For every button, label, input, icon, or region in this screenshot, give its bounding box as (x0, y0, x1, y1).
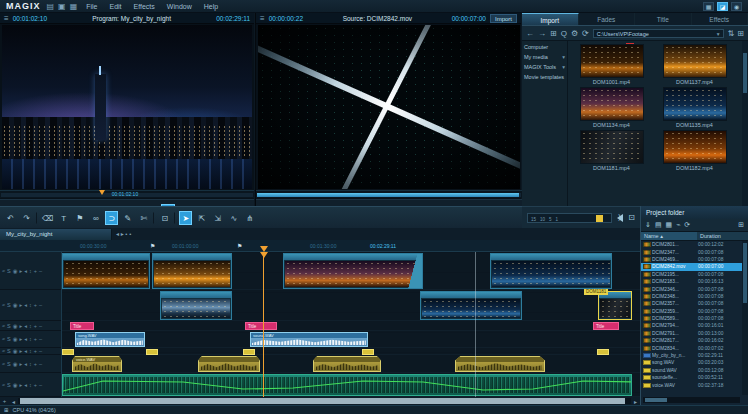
chevron-down-icon[interactable]: ▾ (562, 54, 565, 60)
speaker-icon[interactable] (617, 214, 623, 222)
track-control-icon[interactable]: + (34, 336, 37, 342)
layout-edit-icon[interactable]: ▦ (703, 2, 714, 11)
program-scrub-bar[interactable]: 00:01:02:10 (0, 190, 254, 198)
monitor-icon[interactable]: ⊡ (628, 213, 635, 222)
track-control-icon[interactable]: ▸ (20, 361, 23, 367)
track-control-icon[interactable]: ◉ (13, 302, 18, 308)
file-item[interactable]: DOM1182.mp4 (655, 130, 734, 171)
scroll-left-icon[interactable]: ◂ (9, 398, 18, 405)
timeline-clip-music[interactable] (62, 374, 632, 396)
magnet-icon[interactable]: ⊃ (105, 211, 118, 225)
split-icon[interactable]: ⋔ (243, 211, 256, 225)
track-control-icon[interactable]: ≈ (2, 348, 5, 354)
track-header-audio-track-2[interactable]: ≈S◉▸◂↕+– (0, 355, 61, 373)
track-control-icon[interactable]: ▸ (20, 336, 23, 342)
browser-scrollbar[interactable] (742, 41, 748, 206)
table-row[interactable]: soundeffe...00:00:52:11 (641, 374, 742, 381)
title-tool-icon[interactable]: T (57, 211, 70, 225)
program-video[interactable] (2, 25, 252, 189)
scroll-thumb[interactable] (20, 398, 625, 404)
track-control-icon[interactable]: – (39, 348, 42, 354)
help-icon[interactable]: ◉ (731, 2, 742, 11)
track-header-music-track[interactable]: ≈S◉▸◂↕+– (0, 373, 61, 397)
table-row[interactable]: DCIM2357...00:00:07:08 (641, 300, 742, 307)
file-item[interactable]: DOM1137.mp4 (655, 44, 734, 85)
layout-active-icon[interactable]: ◪ (717, 2, 728, 11)
table-row[interactable]: DCIM2589...00:00:07:08 (641, 315, 742, 322)
table-row[interactable]: DCIM2346...00:00:07:08 (641, 285, 742, 292)
file-thumbnail[interactable] (580, 87, 644, 121)
tab-import[interactable]: Import (522, 13, 579, 25)
mouse-single-icon[interactable]: ⇱ (195, 211, 208, 225)
preview-zoom-slider[interactable]: 151051 (527, 213, 612, 223)
track-control-icon[interactable]: – (39, 268, 42, 274)
timeline-clip-video[interactable] (160, 291, 232, 320)
file-thumbnail[interactable] (663, 44, 727, 78)
track-area[interactable]: DOM1181TitleTitleTitlesong.WAVsound.WAVv… (62, 252, 640, 397)
track-control-icon[interactable]: ↕ (29, 336, 32, 342)
track-control-icon[interactable]: S (7, 382, 11, 388)
back-icon[interactable]: ← (526, 29, 534, 38)
tab-title[interactable]: Title (635, 13, 692, 25)
track-control-icon[interactable]: ◂ (24, 361, 27, 367)
timeline-clip-video[interactable] (283, 253, 423, 289)
tab-effects[interactable]: Effects (692, 13, 748, 25)
range-icon[interactable]: ⊡ (158, 211, 171, 225)
scroll-right-icon[interactable]: ▸ (631, 398, 640, 405)
track-control-icon[interactable]: ◂ (24, 323, 27, 329)
chapter-marker-icon[interactable]: ⚑ (150, 242, 155, 249)
track-control-icon[interactable]: ↕ (29, 323, 32, 329)
timeline-hscrollbar[interactable]: + ◂ ▸ (0, 397, 640, 405)
table-row[interactable]: My_city_by_n...00:02:29:11 (641, 352, 742, 359)
file-item[interactable]: DOM1134.mp4 (572, 87, 651, 128)
table-row[interactable]: DCIM2348...00:00:07:08 (641, 293, 742, 300)
import-button[interactable]: Import (490, 14, 517, 23)
track-control-icon[interactable]: ≈ (2, 382, 5, 388)
zoom-slider-handle[interactable] (596, 215, 603, 222)
menu-effects[interactable]: Effects (131, 3, 158, 10)
tab-fades[interactable]: Fades (579, 13, 636, 25)
sidebar-item-my-media[interactable]: My media▾ (524, 54, 565, 60)
table-row[interactable]: DCIM2801...00:00:12:02 (641, 241, 742, 248)
search-icon[interactable]: Q (561, 29, 567, 38)
track-control-icon[interactable]: ▸ (20, 268, 23, 274)
source-video[interactable] (258, 25, 520, 189)
track-control-icon[interactable]: ↕ (29, 268, 32, 274)
table-row[interactable]: voice.WAV00:02:37:18 (641, 381, 742, 388)
table-row[interactable]: DCIM2359...00:00:07:08 (641, 308, 742, 315)
track-control-icon[interactable]: ◂ (24, 382, 27, 388)
track-control-icon[interactable]: + (34, 302, 37, 308)
chapter-marker-icon[interactable]: ⚑ (237, 242, 242, 249)
track-control-icon[interactable]: ◂ (24, 268, 27, 274)
track-control-icon[interactable]: ▸ (20, 323, 23, 329)
undo-icon[interactable]: ↶ (4, 211, 17, 225)
timeline-clip-audio[interactable] (455, 356, 545, 372)
grid-view-icon[interactable]: ⊞ (737, 29, 744, 38)
track-control-icon[interactable]: + (34, 361, 37, 367)
track-control-icon[interactable]: ↕ (29, 348, 32, 354)
track-control-icon[interactable]: ◉ (13, 336, 18, 342)
table-row[interactable]: DCIM2842.mov00:00:07:00 (641, 263, 742, 270)
track-control-icon[interactable]: ≈ (2, 336, 5, 342)
import-file-icon[interactable]: ⇓ (645, 221, 651, 229)
table-row[interactable]: DCIM2183...00:00:16:13 (641, 278, 742, 285)
tiles-icon[interactable]: ⊞ (550, 29, 557, 38)
table-row[interactable]: DCIM2347...00:00:07:08 (641, 248, 742, 255)
table-row[interactable]: DCIM2195...00:00:07:08 (641, 271, 742, 278)
track-control-icon[interactable]: – (39, 336, 42, 342)
table-row[interactable]: DCIM2817...00:00:16:02 (641, 337, 742, 344)
source-scrub-bar[interactable] (256, 190, 522, 198)
file-thumbnail[interactable] (663, 130, 727, 164)
track-control-icon[interactable]: S (7, 348, 11, 354)
track-control-icon[interactable]: ▸ (20, 348, 23, 354)
track-control-icon[interactable]: S (7, 336, 11, 342)
marker-icon[interactable]: ⚑ (73, 211, 86, 225)
refresh-icon[interactable]: ⟳ (684, 221, 690, 229)
delete-icon[interactable]: ⌫ (41, 211, 54, 225)
track-control-icon[interactable]: ≈ (2, 268, 5, 274)
timeline-clip-audio[interactable] (198, 356, 260, 372)
open-project-icon[interactable]: ▣ (58, 0, 66, 13)
file-thumbnail[interactable] (580, 130, 644, 164)
timeline-clip-video[interactable] (490, 253, 612, 289)
table-row[interactable]: DCIM2791...00:00:13:00 (641, 330, 742, 337)
